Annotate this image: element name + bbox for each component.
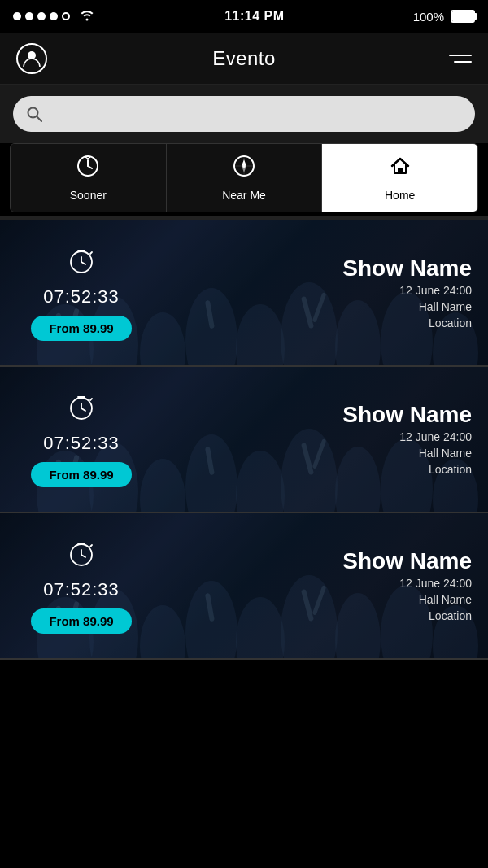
svg-line-5 <box>88 166 92 168</box>
near-me-tab-label: Near Me <box>222 189 266 202</box>
event-countdown-1: 07:52:33 <box>43 286 120 308</box>
event-hall-1: Hall Name <box>419 300 472 313</box>
svg-line-7 <box>88 157 90 159</box>
event-content-1: 07:52:33 From 89.99 Show Name 12 June 24… <box>0 220 488 365</box>
user-avatar[interactable] <box>16 43 47 74</box>
event-price-btn-1[interactable]: From 89.99 <box>31 316 131 341</box>
event-left-1: 07:52:33 From 89.99 <box>0 233 163 354</box>
event-right-1: Show Name 12 June 24:00 Hall Name Locati… <box>163 243 488 343</box>
battery-area: 100% <box>413 10 475 24</box>
home-icon <box>388 154 412 184</box>
signal-indicators <box>13 8 96 25</box>
svg-line-31 <box>81 262 85 264</box>
svg-line-34 <box>90 252 92 254</box>
menu-button[interactable] <box>441 43 472 74</box>
app-title: Evento <box>212 47 276 70</box>
dot-3 <box>37 12 46 20</box>
event-countdown-3: 07:52:33 <box>43 579 120 600</box>
event-location-3: Location <box>429 609 472 622</box>
event-content-3: 07:52:33 From 89.99 Show Name 12 June 24… <box>0 513 488 658</box>
event-show-name-1: Show Name <box>342 256 472 281</box>
event-price-btn-2[interactable]: From 89.99 <box>31 462 131 487</box>
stopwatch-icon-2 <box>67 392 96 425</box>
signal-dots <box>13 12 70 20</box>
event-date-1: 12 June 24:00 <box>399 284 472 297</box>
event-content-2: 07:52:33 From 89.99 Show Name 12 June 24… <box>0 367 488 512</box>
event-date-3: 12 June 24:00 <box>399 577 472 590</box>
event-card-1[interactable]: 07:52:33 From 89.99 Show Name 12 June 24… <box>0 220 488 367</box>
wifi-icon <box>78 8 96 25</box>
svg-line-71 <box>81 555 85 557</box>
tab-sooner[interactable]: Sooner <box>11 144 167 212</box>
event-location-2: Location <box>429 463 472 476</box>
event-card-2[interactable]: 07:52:33 From 89.99 Show Name 12 June 24… <box>0 367 488 513</box>
tab-home[interactable]: Home <box>322 144 477 212</box>
search-input[interactable] <box>50 107 462 121</box>
sooner-tab-label: Sooner <box>70 189 107 202</box>
event-hall-2: Hall Name <box>419 447 472 460</box>
tab-near-me[interactable]: Near Me <box>167 144 323 212</box>
svg-line-51 <box>81 408 85 411</box>
dot-5 <box>62 12 70 20</box>
menu-line-2 <box>454 61 472 63</box>
battery-fill <box>452 11 473 21</box>
svg-line-6 <box>85 157 88 159</box>
events-list: 07:52:33 From 89.99 Show Name 12 June 24… <box>0 220 488 660</box>
menu-line-1 <box>449 55 472 56</box>
clock-icon <box>76 154 100 184</box>
app-header: Evento <box>0 33 488 85</box>
stopwatch-icon-3 <box>67 539 96 571</box>
dot-2 <box>25 12 33 20</box>
search-icon <box>26 106 42 122</box>
status-bar: 11:14 PM 100% <box>0 0 488 33</box>
event-show-name-2: Show Name <box>342 403 472 428</box>
event-left-3: 07:52:33 From 89.99 <box>0 526 163 647</box>
svg-rect-14 <box>398 168 403 173</box>
event-price-btn-3[interactable]: From 89.99 <box>31 608 131 634</box>
search-container <box>0 85 488 143</box>
home-tab-label: Home <box>385 189 415 202</box>
compass-icon <box>232 154 256 184</box>
event-left-2: 07:52:33 From 89.99 <box>0 379 163 500</box>
dot-1 <box>13 12 21 20</box>
svg-line-54 <box>90 399 92 400</box>
battery-icon <box>451 10 475 23</box>
event-location-1: Location <box>429 316 472 329</box>
event-date-2: 12 June 24:00 <box>399 430 472 443</box>
svg-line-74 <box>90 545 92 547</box>
battery-percentage: 100% <box>413 10 444 24</box>
event-hall-3: Hall Name <box>419 593 472 606</box>
search-bar[interactable] <box>13 96 475 132</box>
event-card-3[interactable]: 07:52:33 From 89.99 Show Name 12 June 24… <box>0 513 488 660</box>
event-right-3: Show Name 12 June 24:00 Hall Name Locati… <box>163 536 488 636</box>
event-right-2: Show Name 12 June 24:00 Hall Name Locati… <box>163 390 488 490</box>
stopwatch-icon-1 <box>67 246 96 278</box>
dot-4 <box>50 12 58 20</box>
event-show-name-3: Show Name <box>342 549 472 574</box>
event-countdown-2: 07:52:33 <box>43 433 120 454</box>
status-time: 11:14 PM <box>224 9 284 24</box>
svg-line-2 <box>37 116 41 121</box>
tab-bar: Sooner Near Me Home <box>10 143 478 212</box>
